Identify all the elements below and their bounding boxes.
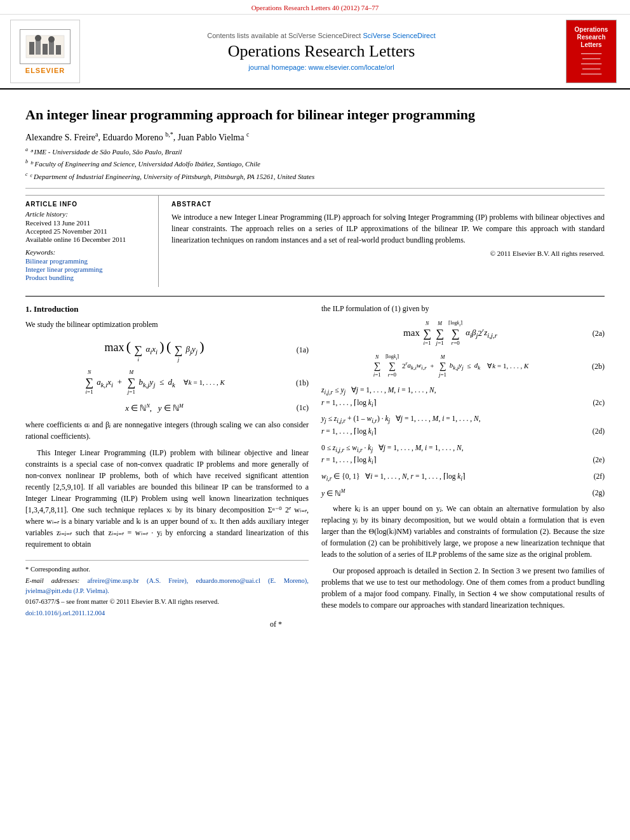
svg-point-3 [35,35,41,41]
kj-explanation: where kⱼ is an upper bound on yⱼ. We can… [321,503,605,560]
left-column: 1. Introduction We study the bilinear op… [25,303,309,620]
journal-citation: Operations Research Letters 40 (2012) 74… [251,4,379,11]
abstract-title: ABSTRACT [171,201,605,208]
homepage-line: journal homepage: www.elsevier.com/locat… [248,63,394,71]
equation-2e: 0 ≤ zi,j,r ≤ wi,r · kj ∀j = 1, . . . , M… [321,443,605,467]
elsevier-tree-logo [20,29,70,64]
of-star-area: of * [25,620,605,632]
affil-b: b ᵇ Faculty of Engineering and Science, … [25,158,605,169]
eq-num-2e: (2e) [593,455,605,467]
orl-cover: OperationsResearchLetters ━━━━━━━━━━━━━━… [566,20,617,83]
authors-line: Alexandre S. Freirea, Eduardo Moreno b,*… [25,131,605,143]
eq2g-expr: y ∈ ℕM [321,488,345,499]
accepted-date: Accepted 25 November 2011 [25,227,151,235]
keyword-2[interactable]: Integer linear programming [25,265,151,273]
eq2e-row2: r = 1, . . . , ⌈log ki⌉ (2e) [321,455,605,467]
equation-1a: max ( ∑ i αixi ) ( ∑ j [25,335,309,364]
equation-1c: x ∈ ℕN, y ∈ ℕM (1c) [25,402,309,415]
journal-center: Contents lists available at SciVerse Sci… [86,20,556,83]
orl-cover-lines: ━━━━━━━━━━━━━━━━━━━━━━━━━━━━━━━━━━━━━━ [581,51,601,77]
elsevier-wordmark: ELSEVIER [25,67,65,74]
affiliations: a ᵃ IME - Universidade de São Paulo, São… [25,146,605,181]
svg-rect-4 [43,44,48,55]
eq2d-row2: r = 1, . . . , ⌈log ki⌉ (2d) [321,426,605,439]
eq-num-1a: (1a) [283,344,309,356]
received-date: Received 13 June 2011 [25,219,151,227]
keyword-3[interactable]: Product bundling [25,274,151,281]
equation-2g: y ∈ ℕM (2g) [321,488,605,499]
svg-point-6 [48,36,55,43]
eq1b-expr: N ∑ i=1 ak,ixi + M ∑ j=1 bk,jyj ≤ [25,369,283,397]
fn-issn: 0167-6377/$ – see front matter © 2011 El… [25,597,309,607]
footnote-area: * Corresponding author. E-mail addresses… [25,560,309,618]
article-info-title: ARTICLE INFO [25,201,151,208]
journal-header: ELSEVIER Contents lists available at Sci… [0,15,630,90]
eq-num-2b: (2b) [579,361,605,372]
equation-2d: yj ≤ zi,j,r + (1 – wi,r) · kj ∀j = 1, . … [321,413,605,438]
intro-para2: This Integer Linear Programming (ILP) pr… [25,447,309,550]
eq-num-1b: (1b) [283,377,309,389]
eq-num-2g: (2g) [593,488,605,499]
equation-2a: max N ∑ i=1 M ∑ j=1 ⌈logki⌉ [321,319,605,348]
elsevier-logo-container: ELSEVIER [10,20,80,83]
fn-corresponding: * Corresponding author. [25,564,309,575]
equation-2f: wi,r ∈ {0, 1} ∀i = 1, . . . , N, r = 1, … [321,471,605,484]
journal-title: Operations Research Letters [228,42,415,61]
info-abstract-section: ARTICLE INFO Article history: Received 1… [25,195,605,287]
eq2c-expr: zi,j,r ≤ yj ∀j = 1, . . . , M, i = 1, . … [321,385,605,397]
eq-num-1c: (1c) [283,402,309,413]
fn-email: E-mail addresses: afreire@ime.usp.br (A.… [25,576,309,596]
page: Operations Research Letters 40 (2012) 74… [0,0,630,840]
eq2f-expr: wi,r ∈ {0, 1} ∀i = 1, . . . , N, r = 1, … [321,471,466,484]
eq2e-expr: 0 ≤ zi,j,r ≤ wi,r · kj ∀j = 1, . . . , M… [321,443,605,455]
equation-1b: N ∑ i=1 ak,ixi + M ∑ j=1 bk,jyj ≤ [25,369,309,397]
intro-heading: 1. Introduction [25,303,309,316]
para-sections: Our proposed approach is detailed in Sec… [321,565,605,611]
history-label: Article history: [25,210,151,218]
right-column: the ILP formulation of (1) given by max … [321,303,605,620]
homepage-link[interactable]: www.elsevier.com/locate/orl [309,63,394,71]
doi-link[interactable]: doi:10.1016/j.orl.2011.12.004 [25,610,105,617]
eq1c-expr: x ∈ ℕN, y ∈ ℕM [25,402,283,415]
eq2c-row2: r = 1, . . . , ⌈log ki⌉ (2c) [321,397,605,410]
available-date: Available online 16 December 2011 [25,236,151,243]
eq2d-expr: yj ≤ zi,j,r + (1 – wi,r) · kj ∀j = 1, . … [321,413,605,426]
sciverse-line: Contents lists available at SciVerse Sci… [207,32,436,39]
abstract-panel: ABSTRACT We introduce a new Integer Line… [171,196,605,287]
intro-para1: We study the bilinear optimization probl… [25,319,309,330]
equation-2b: N ∑ i=1 ⌈logki⌉ ∑ r=0 2rak,iwi,r + M [321,353,605,380]
eq2b-expr: N ∑ i=1 ⌈logki⌉ ∑ r=0 2rak,iwi,r + M [321,353,579,380]
keywords-label: Keywords: [25,248,151,256]
eq-num-2d: (2d) [593,426,605,439]
article-body: An integer linear programming approach f… [0,90,630,645]
eq-num-2a: (2a) [579,328,605,339]
eq-num-2f: (2f) [594,471,605,484]
eq2a-expr: max N ∑ i=1 M ∑ j=1 ⌈logki⌉ [321,319,579,348]
elsevier-logo: ELSEVIER [20,29,70,74]
copyright: © 2011 Elsevier B.V. All rights reserved… [171,250,605,257]
article-info-panel: ARTICLE INFO Article history: Received 1… [25,196,159,287]
main-content: 1. Introduction We study the bilinear op… [25,296,605,620]
ilp-intro-text: the ILP formulation of (1) given by [321,303,605,314]
affil-c: c ᶜ Department of Industrial Engineering… [25,171,605,182]
elsevier-tree-svg [23,32,67,61]
article-title: An integer linear programming approach f… [25,106,605,124]
divider [25,188,605,189]
keyword-1[interactable]: Bilinear programming [25,257,151,265]
eq1a-expr: max ( ∑ i αixi ) ( ∑ j [25,335,283,364]
sciverse-link[interactable]: SciVerse ScienceDirect [363,32,435,39]
coeff-text: where coefficients αᵢ and βⱼ are nonnega… [25,419,309,442]
affil-a: a ᵃ IME - Universidade de São Paulo, São… [25,146,605,157]
svg-rect-1 [29,42,34,55]
svg-rect-7 [56,45,61,55]
orl-cover-title: OperationsResearchLetters [575,26,608,49]
equation-2c: zi,j,r ≤ yj ∀j = 1, . . . , M, i = 1, . … [321,385,605,410]
orl-cover-container: OperationsResearchLetters ━━━━━━━━━━━━━━… [563,20,620,83]
fn-doi: doi:10.1016/j.orl.2011.12.004 [25,608,309,618]
of-star-text: of * [270,620,282,629]
eq-num-2c: (2c) [593,397,605,410]
abstract-text: We introduce a new Integer Linear Progra… [171,211,605,246]
journal-citation-bar: Operations Research Letters 40 (2012) 74… [0,0,630,15]
